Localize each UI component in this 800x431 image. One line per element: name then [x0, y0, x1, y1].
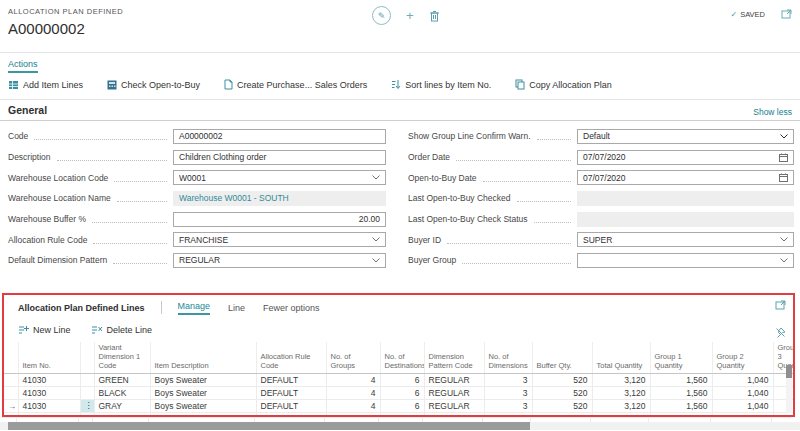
warehouse-buffer-input[interactable]: 20.00: [173, 212, 386, 227]
row-menu-cell[interactable]: [80, 374, 94, 387]
table-row[interactable]: 41030 GREEN Boys Sweater DEFAULT 4 6 REG…: [4, 374, 793, 387]
action-label: Sort lines by Item No.: [405, 80, 491, 90]
allocation-rule-code-combo[interactable]: FRANCHISE: [173, 232, 386, 247]
table-row[interactable]: 41030 BLACK Boys Sweater DEFAULT 4 6 REG…: [4, 387, 793, 400]
delete-button[interactable]: [429, 10, 440, 22]
copy-icon: [515, 79, 525, 90]
code-input[interactable]: A00000002: [173, 129, 386, 144]
variant-cell[interactable]: GREEN: [94, 374, 150, 387]
total-quantity-cell[interactable]: 3,120: [592, 387, 650, 400]
default-dimension-pattern-combo[interactable]: REGULAR: [173, 253, 386, 268]
col-dimension-pattern[interactable]: Dimension Pattern Code: [424, 342, 484, 374]
group2-quantity-cell[interactable]: 1,040: [712, 387, 773, 400]
focus-mode-button[interactable]: [775, 300, 786, 310]
no-of-destinations-cell[interactable]: 6: [380, 387, 424, 400]
check-open-to-buy-button[interactable]: Check Open-to-Buy: [107, 80, 200, 90]
group1-quantity-cell[interactable]: 1,560: [650, 400, 712, 413]
edit-button[interactable]: ✎: [372, 6, 391, 25]
dimension-pattern-cell[interactable]: REGULAR: [424, 374, 484, 387]
new-button[interactable]: +: [406, 9, 414, 22]
group1-quantity-cell[interactable]: 1,560: [650, 387, 712, 400]
unpin-button[interactable]: [775, 327, 786, 338]
new-line-button[interactable]: New Line: [18, 325, 71, 335]
buffer-qty-cell[interactable]: 520: [532, 400, 592, 413]
row-menu-cell[interactable]: ⋮: [80, 400, 94, 413]
buffer-qty-cell[interactable]: 520: [532, 374, 592, 387]
group2-quantity-cell[interactable]: 1,040: [712, 374, 773, 387]
variant-cell[interactable]: GRAY: [94, 400, 150, 413]
allocation-rule-cell[interactable]: DEFAULT: [256, 387, 326, 400]
item-description-cell[interactable]: Boys Sweater: [150, 374, 256, 387]
buyer-id-combo[interactable]: SUPER: [577, 232, 794, 247]
no-of-destinations-cell[interactable]: 6: [380, 400, 424, 413]
plus-icon: +: [406, 8, 414, 23]
pin-slash-icon: [775, 327, 786, 338]
add-item-lines-button[interactable]: Add Item Lines: [8, 80, 83, 90]
grid-icon: [8, 80, 19, 90]
col-buffer-qty[interactable]: Buffer Qty.: [532, 342, 592, 374]
allocation-rule-cell[interactable]: DEFAULT: [256, 374, 326, 387]
group2-quantity-cell[interactable]: 1,040: [712, 400, 773, 413]
variant-cell[interactable]: BLACK: [94, 387, 150, 400]
open-to-buy-date-input[interactable]: 07/07/2020: [577, 170, 794, 185]
col-allocation-rule[interactable]: Allocation Rule Code: [256, 342, 326, 374]
sort-lines-button[interactable]: Sort lines by Item No.: [391, 79, 491, 90]
no-of-dimensions-cell[interactable]: 3: [484, 387, 532, 400]
no-of-dimensions-cell[interactable]: 3: [484, 400, 532, 413]
show-group-line-confirm-select[interactable]: Default: [577, 129, 794, 144]
show-less-link[interactable]: Show less: [753, 107, 792, 117]
total-quantity-cell[interactable]: 3,120: [592, 400, 650, 413]
tab-line[interactable]: Line: [228, 303, 245, 313]
vertical-scrollbar[interactable]: [786, 365, 792, 413]
table-row-selected[interactable]: → 41030 ⋮ GRAY Boys Sweater DEFAULT 4 6 …: [4, 400, 793, 413]
no-of-destinations-cell[interactable]: 6: [380, 374, 424, 387]
field-label: Buyer Group: [408, 255, 456, 265]
allocation-rule-cell[interactable]: DEFAULT: [256, 400, 326, 413]
tab-manage[interactable]: Manage: [178, 301, 211, 315]
col-group1-quantity[interactable]: Group 1 Quantity: [650, 342, 712, 374]
no-of-groups-cell[interactable]: 4: [326, 374, 380, 387]
item-description-cell[interactable]: Boys Sweater: [150, 387, 256, 400]
col-variant[interactable]: Variant Dimension 1 Code: [94, 342, 150, 374]
dimension-pattern-cell[interactable]: REGULAR: [424, 387, 484, 400]
no-of-groups-cell[interactable]: 4: [326, 400, 380, 413]
vertical-scrollbar-thumb[interactable]: [786, 365, 792, 378]
total-quantity-cell[interactable]: 3,120: [592, 374, 650, 387]
divider: [0, 120, 800, 121]
calendar-icon: [779, 153, 788, 162]
item-no-cell[interactable]: 41030: [18, 400, 80, 413]
col-item-no[interactable]: Item No.: [18, 342, 80, 374]
field-code: Code A00000002: [8, 126, 386, 147]
buyer-group-combo[interactable]: [577, 253, 794, 268]
description-input[interactable]: Children Clothing order: [173, 150, 386, 165]
item-no-cell[interactable]: 41030: [18, 374, 80, 387]
col-no-of-destinations[interactable]: No. of Destinations: [380, 342, 424, 374]
tab-fewer-options[interactable]: Fewer options: [263, 303, 320, 313]
row-menu-cell[interactable]: [80, 387, 94, 400]
horizontal-scrollbar-thumb[interactable]: [8, 422, 530, 430]
field-warehouse-location-code: Warehouse Location Code W0001: [8, 167, 386, 188]
col-no-of-dimensions[interactable]: No. of Dimensions: [484, 342, 532, 374]
item-no-cell[interactable]: 41030: [18, 387, 80, 400]
copy-allocation-plan-button[interactable]: Copy Allocation Plan: [515, 79, 612, 90]
dotted-leader: [93, 236, 167, 244]
col-group2-quantity[interactable]: Group 2 Quantity: [712, 342, 773, 374]
buffer-qty-cell[interactable]: 520: [532, 387, 592, 400]
col-total-quantity[interactable]: Total Quantity: [592, 342, 650, 374]
open-in-window-button[interactable]: [781, 9, 792, 19]
create-orders-button[interactable]: Create Purchase... Sales Orders: [224, 79, 367, 90]
no-of-groups-cell[interactable]: 4: [326, 387, 380, 400]
item-description-cell[interactable]: Boys Sweater: [150, 400, 256, 413]
dimension-pattern-cell[interactable]: REGULAR: [424, 400, 484, 413]
actions-menu-tab[interactable]: Actions: [8, 59, 38, 73]
col-item-description[interactable]: Item Description: [150, 342, 256, 374]
field-label: Show Group Line Confirm Warn.: [408, 131, 531, 141]
horizontal-scrollbar[interactable]: [0, 422, 800, 430]
warehouse-location-code-combo[interactable]: W0001: [173, 170, 386, 185]
order-date-input[interactable]: 07/07/2020: [577, 150, 794, 165]
col-no-of-groups[interactable]: No. of Groups: [326, 342, 380, 374]
group1-quantity-cell[interactable]: 1,560: [650, 374, 712, 387]
no-of-dimensions-cell[interactable]: 3: [484, 374, 532, 387]
delete-line-button[interactable]: Delete Line: [91, 325, 153, 335]
warehouse-location-name-field: Warehouse W0001 - SOUTH: [173, 191, 386, 206]
